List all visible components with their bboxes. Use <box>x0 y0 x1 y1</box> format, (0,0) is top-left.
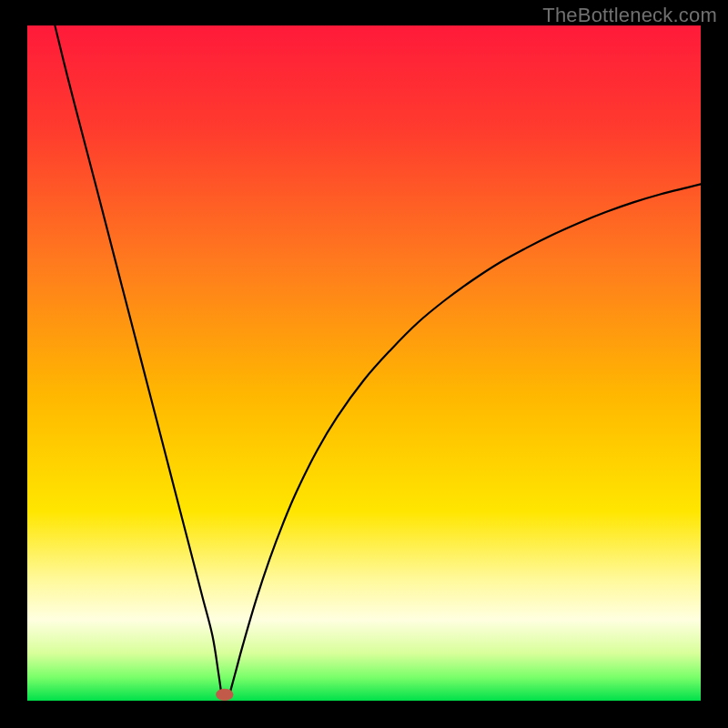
minimum-marker <box>216 689 233 701</box>
plot-background <box>27 25 701 701</box>
watermark-text: TheBottleneck.com <box>542 4 717 27</box>
chart-svg <box>0 0 728 728</box>
chart-container: TheBottleneck.com <box>0 0 728 728</box>
